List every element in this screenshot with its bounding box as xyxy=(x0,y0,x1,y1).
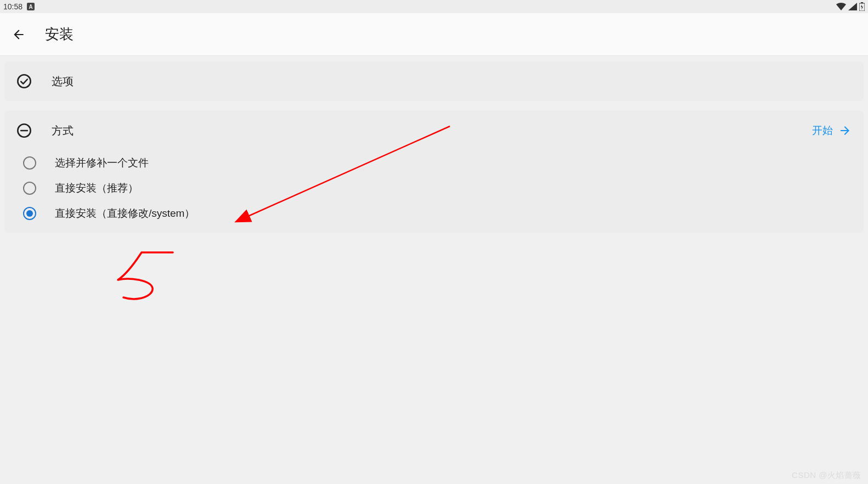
radio-icon xyxy=(23,156,36,170)
cellular-signal-icon xyxy=(848,3,857,10)
status-right xyxy=(836,2,865,11)
arrow-left-icon xyxy=(12,27,26,42)
page-title: 安装 xyxy=(45,25,74,44)
radio-option-direct-install[interactable]: 直接安装（推荐） xyxy=(4,176,864,201)
radio-icon-selected xyxy=(23,207,36,220)
content-area: 选项 方式 开始 xyxy=(0,56,868,248)
options-card-title: 选项 xyxy=(52,74,74,89)
method-radio-list: 选择并修补一个文件 直接安装（推荐） 直接安装（直接修改/system） xyxy=(4,148,864,230)
annotation-number-5 xyxy=(118,252,173,299)
radio-label: 直接安装（推荐） xyxy=(55,181,138,195)
wifi-icon xyxy=(836,3,846,10)
minus-circle-icon xyxy=(16,123,32,138)
svg-rect-1 xyxy=(861,2,863,3)
radio-option-patch-file[interactable]: 选择并修补一个文件 xyxy=(4,150,864,176)
options-card: 选项 xyxy=(4,61,864,101)
status-left: 10:58 A xyxy=(3,2,35,11)
status-time: 10:58 xyxy=(3,2,22,11)
options-card-header[interactable]: 选项 xyxy=(4,64,864,99)
method-card-header[interactable]: 方式 开始 xyxy=(4,113,864,148)
svg-point-2 xyxy=(18,75,30,87)
check-circle-icon xyxy=(16,74,32,89)
status-bar: 10:58 A xyxy=(0,0,868,13)
app-bar: 安装 xyxy=(0,13,868,56)
watermark: CSDN @火焰蔷薇 xyxy=(792,470,861,481)
start-button-label: 开始 xyxy=(812,123,833,138)
radio-label: 选择并修补一个文件 xyxy=(55,156,149,170)
arrow-right-icon xyxy=(838,124,852,137)
input-indicator-icon: A xyxy=(27,3,35,10)
start-button[interactable]: 开始 xyxy=(812,123,852,138)
method-card: 方式 开始 选择并修补一个文件 直接安装（推荐） xyxy=(4,111,864,233)
radio-icon xyxy=(23,182,36,195)
back-button[interactable] xyxy=(10,26,27,43)
radio-option-modify-system[interactable]: 直接安装（直接修改/system） xyxy=(4,201,864,226)
radio-label: 直接安装（直接修改/system） xyxy=(55,206,195,221)
battery-charging-icon xyxy=(859,2,865,11)
method-card-title: 方式 xyxy=(52,123,74,138)
